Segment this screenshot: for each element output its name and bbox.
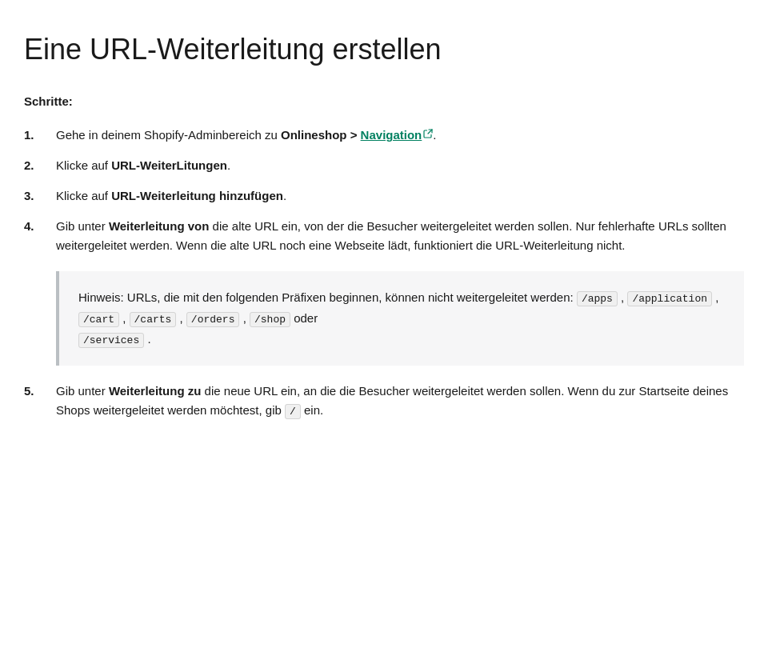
step-4-content: Gib unter Weiterleitung von die alte URL… bbox=[56, 217, 744, 255]
note-code-shop: /shop bbox=[250, 312, 290, 327]
page-title: Eine URL-Weiterleitung erstellen bbox=[24, 32, 744, 66]
step-5-inline-code: / bbox=[285, 404, 301, 419]
step-1: 1. Gehe in deinem Shopify-Adminbereich z… bbox=[24, 126, 744, 145]
step-5-content: Gib unter Weiterleitung zu die neue URL … bbox=[56, 382, 744, 421]
navigation-link[interactable]: Navigation bbox=[361, 128, 434, 142]
step-1-text-after: . bbox=[433, 128, 436, 142]
note-code-application: /application bbox=[627, 291, 712, 306]
step-1-number: 1. bbox=[24, 126, 56, 145]
step-4-bold: Weiterleitung von bbox=[109, 219, 210, 233]
step-3: 3. Klicke auf URL-Weiterleitung hinzufüg… bbox=[24, 186, 744, 206]
step-1-content: Gehe in deinem Shopify-Adminbereich zu O… bbox=[56, 126, 744, 145]
step-2: 2. Klicke auf URL-WeiterLitungen. bbox=[24, 156, 744, 175]
step-2-number: 2. bbox=[24, 156, 56, 175]
note-suffix: oder bbox=[290, 311, 318, 325]
step-4: 4. Gib unter Weiterleitung von die alte … bbox=[24, 217, 744, 255]
step-4-text-before: Gib unter bbox=[56, 219, 109, 233]
steps-list-2: 5. Gib unter Weiterleitung zu die neue U… bbox=[24, 382, 744, 421]
step-3-text-after: . bbox=[283, 189, 286, 202]
svg-line-0 bbox=[428, 130, 432, 134]
step-5-bold: Weiterleitung zu bbox=[109, 384, 202, 398]
step-2-bold: URL-WeiterLitungen bbox=[111, 158, 227, 172]
note-prefix: Hinweis: URLs, die mit den folgenden Prä… bbox=[78, 290, 577, 304]
step-1-bold: Onlineshop > bbox=[281, 128, 361, 142]
step-2-text-after: . bbox=[227, 158, 230, 172]
step-3-bold: URL-Weiterleitung hinzufügen bbox=[111, 189, 283, 202]
step-4-number: 4. bbox=[24, 217, 56, 236]
note-code-apps: /apps bbox=[577, 291, 618, 306]
step-2-content: Klicke auf URL-WeiterLitungen. bbox=[56, 156, 744, 175]
step-5-number: 5. bbox=[24, 382, 56, 401]
step-3-text-before: Klicke auf bbox=[56, 189, 111, 202]
steps-label: Schritte: bbox=[24, 92, 744, 111]
steps-list: 1. Gehe in deinem Shopify-Adminbereich z… bbox=[24, 126, 744, 255]
step-5-text-end: ein. bbox=[301, 403, 323, 417]
step-5-text-before: Gib unter bbox=[56, 384, 109, 398]
note-ending: . bbox=[144, 332, 150, 346]
step-2-text-before: Klicke auf bbox=[56, 158, 111, 172]
step-3-content: Klicke auf URL-Weiterleitung hinzufügen. bbox=[56, 186, 744, 206]
step-5: 5. Gib unter Weiterleitung zu die neue U… bbox=[24, 382, 744, 421]
step-3-number: 3. bbox=[24, 186, 56, 206]
note-code-carts: /carts bbox=[130, 312, 177, 327]
step-1-text-before: Gehe in deinem Shopify-Adminbereich zu bbox=[56, 128, 281, 142]
note-code-services: /services bbox=[78, 333, 144, 348]
external-link-icon bbox=[423, 129, 433, 138]
note-box: Hinweis: URLs, die mit den folgenden Prä… bbox=[56, 271, 744, 366]
note-code-orders: /orders bbox=[186, 312, 240, 327]
note-code-cart: /cart bbox=[78, 312, 119, 327]
